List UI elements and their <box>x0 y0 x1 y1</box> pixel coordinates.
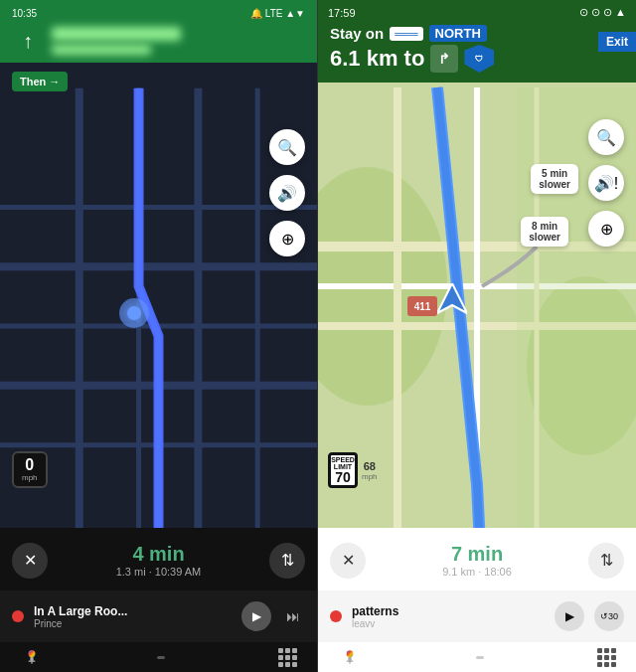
traffic-bubble-2: 8 min slower <box>521 217 568 247</box>
vehicle-dot <box>127 306 141 320</box>
svg-point-28 <box>347 650 354 657</box>
music-service-icon <box>12 610 24 622</box>
svg-text:411: 411 <box>414 301 431 312</box>
current-speed-value: 68 <box>362 460 378 472</box>
right-eta: 7 min 9.1 km · 18:06 <box>366 543 588 578</box>
left-navigation-header: 10:35 🔔 LTE ▲▼ ↑ <box>0 0 317 63</box>
left-close-button[interactable]: ✕ <box>12 543 48 579</box>
right-status-icons: ⊙ ⊙ ⊙ ▲ <box>579 6 626 19</box>
left-speed-value: 0 <box>22 457 38 473</box>
right-grid-dot-5 <box>604 655 609 660</box>
search-icon-right: 🔍 <box>596 128 616 147</box>
right-search-button[interactable]: 🔍 <box>588 119 624 155</box>
grid-dot-2 <box>285 648 290 653</box>
left-speed-unit: mph <box>22 473 38 482</box>
right-music-replay-button[interactable]: ↺30 <box>594 601 624 631</box>
left-speed-indicator: 0 mph <box>12 451 48 488</box>
right-google-assistant-button[interactable] <box>338 645 362 669</box>
stay-on-row: Stay on ═══ NORTH <box>330 25 624 42</box>
left-routes-button[interactable]: ⇅ <box>269 543 305 579</box>
left-status-bar: 10:35 🔔 LTE ▲▼ <box>12 8 305 19</box>
right-grid-dot-2 <box>604 648 609 653</box>
left-map-panel: 10:35 🔔 LTE ▲▼ ↑ Then → 🔍 🔊 ⊕ 0 mph ✕ <box>0 0 318 672</box>
right-routes-button[interactable]: ⇅ <box>588 543 624 579</box>
left-eta-details: 1.3 mi · 10:39 AM <box>48 566 269 578</box>
right-grid-dot-9 <box>611 662 616 667</box>
right-sound-button[interactable]: 🔊! <box>588 165 624 201</box>
right-close-button[interactable]: ✕ <box>330 543 366 579</box>
svg-marker-27 <box>437 283 467 313</box>
then-label: Then → <box>20 76 60 87</box>
right-music-info: patterns leavv <box>352 604 545 629</box>
left-music-title: In A Large Roo... <box>34 604 232 618</box>
traffic-bubble-1-line2: slower <box>539 179 570 190</box>
right-eta-time: 7 min <box>366 543 588 566</box>
right-grid-dot-7 <box>597 662 602 667</box>
left-system-bar <box>0 642 317 672</box>
street-name-blurred <box>52 27 181 41</box>
left-music-play-button[interactable]: ▶ <box>241 601 271 631</box>
exit-label: Exit <box>606 35 628 49</box>
addstop-icon: ⊕ <box>281 230 294 249</box>
left-search-button[interactable]: 🔍 <box>269 129 305 165</box>
traffic-bubble-2-line1: 8 min <box>529 221 560 232</box>
speed-limit-label: SPEED <box>331 456 355 463</box>
street-info <box>52 27 305 55</box>
grid-dot-6 <box>292 655 297 660</box>
left-music-artist: Prince <box>34 618 232 629</box>
right-music-artist: leavv <box>352 618 545 629</box>
right-play-icon: ▶ <box>565 609 574 623</box>
sound-alert-icon: 🔊! <box>594 174 618 193</box>
right-direction-block: Stay on ═══ NORTH 6.1 km to ↱ 🛡 <box>318 21 636 83</box>
left-status-icons: 🔔 LTE ▲▼ <box>250 8 305 19</box>
skip-icon: ⏭ <box>286 608 300 624</box>
sound-icon: 🔊 <box>277 184 297 203</box>
apps-grid-button[interactable] <box>278 648 297 667</box>
right-mic-icon <box>340 647 360 667</box>
left-music-skip-button[interactable]: ⏭ <box>281 604 305 628</box>
traffic-bubble-1-line1: 5 min <box>539 168 570 179</box>
shield-number: 🛡 <box>475 55 483 64</box>
right-map-panel: 411 17:59 ⊙ ⊙ ⊙ ▲ Stay on ═══ NORTH 6 <box>318 0 636 672</box>
then-badge: Then → <box>12 72 68 91</box>
right-replay-icon: ↺30 <box>600 611 618 621</box>
left-addstop-button[interactable]: ⊕ <box>269 221 305 256</box>
left-eta-time: 4 min <box>48 543 269 566</box>
right-time: 17:59 <box>328 7 356 19</box>
left-nav-bar: ✕ 4 min 1.3 mi · 10:39 AM ⇅ <box>0 528 317 592</box>
right-status-bar: 17:59 ⊙ ⊙ ⊙ ▲ <box>318 4 636 21</box>
svg-point-11 <box>29 650 36 657</box>
left-music-info: In A Large Roo... Prince <box>34 604 232 629</box>
grid-dot-8 <box>285 662 290 667</box>
right-addstop-button[interactable]: ⊕ <box>588 211 624 247</box>
right-music-service-icon <box>330 610 342 622</box>
grid-dot-9 <box>292 662 297 667</box>
right-grid-dot-8 <box>604 662 609 667</box>
right-grid-dot-1 <box>597 648 602 653</box>
grid-dot-1 <box>278 648 283 653</box>
traffic-bubble-1: 5 min slower <box>531 164 578 194</box>
street-sub-blurred <box>52 45 151 55</box>
right-home-indicator <box>476 656 484 659</box>
nav-arrow-svg <box>437 283 467 317</box>
svg-rect-26 <box>517 87 636 585</box>
mic-icon <box>22 647 42 667</box>
stay-on-label: Stay on <box>330 25 384 42</box>
google-assistant-button[interactable] <box>20 645 44 669</box>
turn-direction-icon: ↱ <box>430 45 458 73</box>
current-speed-area: 68 mph <box>362 460 378 481</box>
close-icon: ✕ <box>24 551 37 570</box>
search-icon: 🔍 <box>277 138 297 157</box>
left-sound-button[interactable]: 🔊 <box>269 175 305 211</box>
left-music-bar: In A Large Roo... Prince ▶ ⏭ <box>0 590 317 642</box>
speed-limit-area: SPEED LIMIT 70 68 mph <box>328 452 378 488</box>
exit-badge: Exit <box>598 32 636 52</box>
grid-dot-7 <box>278 662 283 667</box>
north-direction-badge: NORTH <box>429 25 487 42</box>
current-speed-unit: mph <box>362 472 378 481</box>
right-music-bar: patterns leavv ▶ ↺30 <box>318 590 636 642</box>
left-eta: 4 min 1.3 mi · 10:39 AM <box>48 543 269 578</box>
right-apps-grid-button[interactable] <box>597 648 616 667</box>
grid-dot-4 <box>278 655 283 660</box>
right-music-play-button[interactable]: ▶ <box>555 601 584 631</box>
